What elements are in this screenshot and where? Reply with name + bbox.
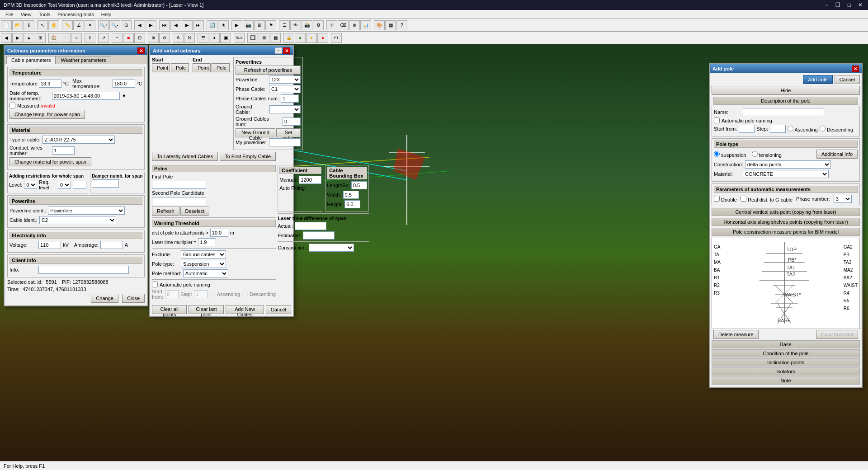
tb-arrow-right[interactable]: ▶ (146, 20, 156, 30)
label-r6[interactable]: R6 (844, 306, 858, 311)
tb2-forward[interactable]: ▶ (12, 33, 23, 43)
new-ground-cable-btn[interactable]: New Ground Cable (236, 128, 275, 137)
voltage-input[interactable] (38, 241, 61, 249)
tb2-c1[interactable]: ☰ (198, 33, 208, 43)
to-latestly-added-btn[interactable]: To Latestly Added Cables (152, 152, 218, 161)
info-input[interactable] (38, 266, 129, 274)
ap-ascending-radio[interactable]: Ascending (788, 126, 818, 132)
label-ta2[interactable]: TA2 (844, 260, 858, 265)
restrictions-input[interactable] (73, 181, 86, 189)
laser-time-input[interactable] (198, 238, 216, 246)
restore-button[interactable]: ❐ (834, 2, 842, 8)
naming-start-input[interactable] (165, 290, 179, 298)
construction-select2[interactable]: delta una punta (745, 160, 831, 169)
tb-zoom-fit[interactable]: ⊡ (121, 20, 132, 30)
tb2-pointer[interactable]: ↗ (98, 33, 109, 43)
change-temp-btn[interactable]: Change temp. for power span (9, 110, 85, 119)
pole-construction-btn[interactable]: Pole construction measure points for BIM… (712, 228, 860, 236)
tb2-yellow[interactable]: ● (306, 33, 317, 43)
menu-help[interactable]: Help (98, 10, 115, 19)
tb-new[interactable]: 📄 (1, 20, 12, 30)
tb2-d2[interactable]: ⊠ (259, 33, 269, 43)
dist-pole-input[interactable] (210, 229, 228, 237)
ap-cancel-btn[interactable]: Cancel (835, 75, 860, 84)
max-temp-input[interactable] (113, 80, 135, 88)
phase-number-select[interactable]: 3 (834, 195, 852, 203)
label-r5[interactable]: R5 (844, 298, 858, 303)
tb-arrow-left[interactable]: ◀ (134, 20, 145, 30)
descending-radio[interactable]: Descending (242, 291, 276, 297)
tb-flag[interactable]: ⚑ (265, 20, 276, 30)
label-r1[interactable]: R1 (714, 275, 725, 280)
label-ga2[interactable]: GA2 (844, 244, 858, 249)
tb2-redcircle[interactable]: ● (317, 33, 328, 43)
set-cable-btn[interactable]: Set cable (276, 128, 301, 137)
end-pole-btn[interactable]: Pole (212, 63, 230, 72)
change-button[interactable]: Change (91, 294, 118, 303)
amperage-input[interactable] (100, 241, 123, 249)
tb2-b[interactable]: B (184, 33, 195, 43)
material-select[interactable]: CONCRETE (743, 170, 829, 178)
tb-eye[interactable]: 👁 (290, 20, 301, 30)
tb-color[interactable]: 🎨 (374, 20, 385, 30)
add-pole-close[interactable]: ✕ (852, 66, 859, 72)
tb-last[interactable]: ⏭ (193, 20, 204, 30)
tb2-rls[interactable]: RLS (234, 33, 245, 43)
deselect-btn[interactable]: Deselect (180, 207, 210, 216)
vc-cancel-btn[interactable]: Cancel (266, 305, 291, 314)
pole-name-input[interactable] (743, 108, 824, 116)
temp-input[interactable] (39, 80, 61, 88)
clear-all-points-btn[interactable]: Clear all points (152, 305, 187, 314)
label-ga[interactable]: GA (714, 244, 725, 249)
add-pole-btn[interactable]: Add pole (803, 75, 832, 84)
measured-checkbox[interactable] (9, 103, 15, 108)
tb2-back[interactable]: ◀ (1, 33, 12, 43)
tab-cable-parameters[interactable]: Cable parameters (6, 56, 56, 64)
tb-snapshot[interactable]: 📷 (243, 20, 254, 30)
tb-info[interactable]: ℹ (24, 20, 34, 30)
to-first-empty-btn[interactable]: To First Empty Cable (220, 152, 276, 161)
menu-tools[interactable]: Tools (35, 10, 54, 19)
ground-cable-select[interactable] (269, 105, 301, 113)
tb2-a[interactable]: A (173, 33, 184, 43)
label-ba[interactable]: BA (714, 268, 725, 273)
tb-eraser[interactable]: ⌫ (338, 20, 349, 30)
close-button[interactable]: Close (122, 294, 145, 303)
label-r2[interactable]: R2 (714, 283, 725, 288)
tb2-wire[interactable]: ~ (112, 33, 123, 43)
real-dist-checkbox[interactable]: Real dist. to G cable (741, 196, 793, 202)
tb-question[interactable]: ? (396, 20, 407, 30)
naming-step-input[interactable] (194, 290, 208, 298)
additional-info-btn[interactable]: Additional info (816, 150, 858, 159)
powerline-ident-select[interactable]: Powerline (48, 207, 125, 215)
tb-cross[interactable]: ✛ (326, 20, 337, 30)
horizontal-axis-btn[interactable]: Horizontal axis along shelves points (co… (712, 218, 860, 226)
tb2-d1[interactable]: 🔲 (247, 33, 258, 43)
catenary-dialog-close[interactable]: ✕ (137, 47, 145, 54)
tb-grid[interactable]: ⊞ (254, 20, 265, 30)
tb2-circle[interactable]: ○ (71, 33, 82, 43)
tb-angle[interactable]: ∠ (73, 20, 84, 30)
tb-layers[interactable]: ☰ (279, 20, 290, 30)
label-ta[interactable]: TA (714, 252, 725, 257)
estimated-input[interactable] (303, 231, 335, 240)
refresh-powerlines-btn[interactable]: Refresh of powerlines (236, 66, 301, 75)
auto-naming-checkbox[interactable] (152, 282, 158, 287)
tb-pan[interactable]: ✋ (48, 20, 59, 30)
vc-dialog-close[interactable]: ✕ (283, 47, 290, 54)
conduct-wires-input[interactable] (52, 146, 75, 155)
clear-last-point-btn[interactable]: Clear last point (189, 305, 224, 314)
exclude-select[interactable]: Ground cables (181, 250, 226, 258)
copy-from-last-btn[interactable]: Copy from last (816, 330, 858, 339)
phase-cable-select[interactable]: C1 (269, 85, 301, 93)
first-pole-input[interactable] (152, 181, 206, 189)
tb2-green[interactable]: ● (295, 33, 306, 43)
label-r4[interactable]: R4 (844, 291, 858, 296)
tb2-red[interactable]: ■ (123, 33, 134, 43)
second-pole-input[interactable] (152, 197, 206, 205)
tensioning-radio[interactable]: tensioning (752, 151, 782, 158)
label-pb[interactable]: PB (844, 252, 858, 257)
ap-descending-radio[interactable]: Descending (820, 126, 853, 132)
vc-dialog-min[interactable]: − (275, 47, 282, 54)
tb-first[interactable]: ⏮ (159, 20, 170, 30)
